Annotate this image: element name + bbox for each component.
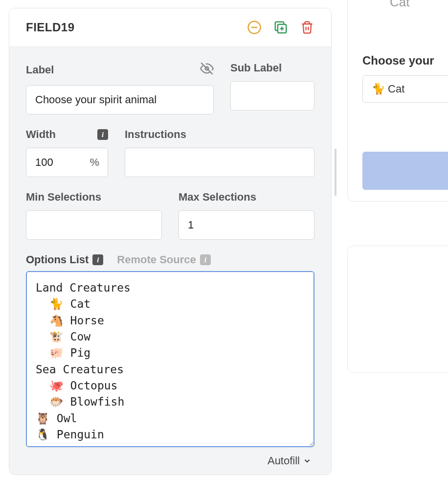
sublabel-title: Sub Label xyxy=(230,62,282,74)
options-list-textarea[interactable] xyxy=(26,271,314,447)
max-selections-title: Max Selections xyxy=(179,191,256,204)
duplicate-button[interactable] xyxy=(273,20,288,35)
submit-button[interactable] xyxy=(362,152,448,190)
info-icon[interactable]: i xyxy=(92,254,103,265)
field-editor-panel: FIELD19 Label xyxy=(9,8,332,475)
chevron-down-icon xyxy=(303,456,312,465)
delete-button[interactable] xyxy=(300,20,314,35)
minus-circle-icon xyxy=(247,20,262,35)
preview-faded-option: Cat xyxy=(390,0,448,10)
label-input[interactable] xyxy=(26,85,214,114)
instructions-input[interactable] xyxy=(125,148,314,177)
tab-options-list[interactable]: Options List i xyxy=(26,253,103,266)
preview-selected-value: 🐈 Cat xyxy=(372,83,404,95)
width-title: Width xyxy=(26,128,56,141)
trash-icon xyxy=(300,20,314,35)
instructions-title: Instructions xyxy=(125,128,186,141)
field-id: FIELD19 xyxy=(26,21,75,34)
sublabel-input[interactable] xyxy=(230,81,314,111)
collapse-button[interactable] xyxy=(247,20,262,35)
label-title: Label xyxy=(26,64,54,76)
min-selections-title: Min Selections xyxy=(26,191,101,204)
visibility-toggle[interactable] xyxy=(200,62,214,78)
panel-header: FIELD19 xyxy=(9,8,331,47)
min-selections-input[interactable] xyxy=(26,210,162,240)
width-input[interactable] xyxy=(26,148,108,177)
tab-remote-source-label: Remote Source xyxy=(117,253,196,266)
header-actions xyxy=(247,20,314,35)
preview-field-label: Choose your xyxy=(362,54,448,68)
preview-panel: Cat Choose your 🐈 Cat xyxy=(347,0,448,202)
info-icon[interactable]: i xyxy=(200,254,211,265)
preview-select[interactable]: 🐈 Cat xyxy=(362,75,448,103)
copy-plus-icon xyxy=(273,20,288,35)
info-icon[interactable]: i xyxy=(97,129,108,140)
autofill-button[interactable]: Autofill xyxy=(265,454,314,468)
max-selections-input[interactable] xyxy=(179,210,314,240)
options-tabs: Options List i Remote Source i xyxy=(26,253,314,266)
tab-remote-source[interactable]: Remote Source i xyxy=(117,253,210,266)
resize-handle[interactable] xyxy=(335,149,336,196)
autofill-label: Autofill xyxy=(268,455,300,467)
panel-body: Label Sub Label Width i xyxy=(9,47,331,475)
secondary-preview-panel xyxy=(347,246,448,373)
tab-options-list-label: Options List xyxy=(26,253,89,266)
eye-off-icon xyxy=(200,62,214,75)
